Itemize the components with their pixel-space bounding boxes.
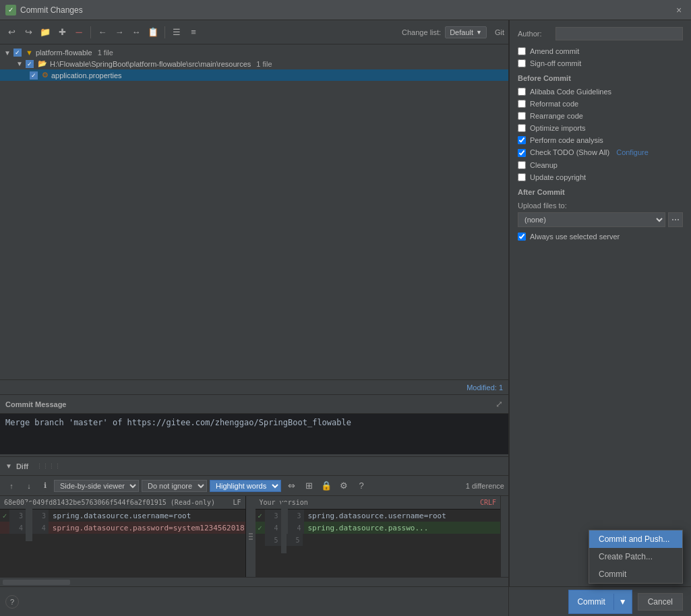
right-bottom-bar: Commit ▼ Cancel [509,586,691,616]
cancel-button[interactable]: Cancel [638,593,683,611]
changelist-area: Change list: Default ▼ Git [402,26,504,38]
diff-view-mode-select[interactable]: Side-by-side viewer [54,480,139,492]
diff-right-linenum-3: 3 [265,510,281,522]
commit-message-area: Commit Message ⤢ Merge branch 'master' o… [0,394,508,456]
context-menu: Commit and Push... Create Patch... Commi… [589,530,683,584]
toolbar-btn-copy[interactable]: 📋 [146,25,160,40]
rearrange-checkbox[interactable] [518,112,526,120]
checktodo-row[interactable]: Check TODO (Show All) Configure [518,148,683,157]
expand-icon[interactable]: ⤢ [495,399,503,409]
perform-row[interactable]: Perform code analysis [518,136,683,144]
diff-scrollbar[interactable] [500,496,508,577]
app-icon: ✓ [5,5,16,16]
toolbar-btn-add[interactable]: ✚ [55,25,69,40]
rearrange-row[interactable]: Rearrange code [518,112,683,120]
diff-right-line-4: ✓ 4 4 spring.datasource.passwo... [256,522,501,534]
diff-left-line-3: ✓ 3 3 spring.datasource.username=root [0,510,245,522]
reformat-checkbox[interactable] [518,100,526,108]
alibaba-row[interactable]: Alibaba Code Guidelines [518,88,683,96]
toolbar-btn-swap[interactable]: ↔ [129,25,144,40]
commit-message-label: Commit Message [5,400,66,408]
amend-checkbox[interactable] [518,47,526,55]
tree-checkbox-path[interactable]: ✓ [26,60,34,68]
context-menu-commit[interactable]: Commit [589,565,682,583]
diff-down-btn[interactable]: ↓ [22,479,36,493]
author-input[interactable] [555,27,683,40]
toolbar-btn-left[interactable]: ← [95,25,110,40]
always-use-checkbox[interactable] [518,233,526,241]
diff-right-linenum2-5: 5 [287,534,303,546]
diff-ignore-select[interactable]: Do not ignore [142,480,207,492]
signoff-label: Sign-off commit [530,59,581,67]
diff-lock-btn[interactable]: 🔒 [319,479,334,493]
signoff-commit-row[interactable]: Sign-off commit [518,59,683,67]
optimize-label: Optimize imports [530,124,586,132]
tree-item-file[interactable]: ✓ ⚙ application.properties [0,69,508,81]
diff-help-btn[interactable]: ? [354,479,369,493]
tree-checkbox-root[interactable]: ✓ [13,49,22,57]
optimize-checkbox[interactable] [518,124,526,132]
commit-button[interactable]: Commit ▼ [568,590,632,614]
diff-right-linenum2-3: 3 [288,510,304,522]
modified-file-icon: ⚙ [42,71,49,80]
git-label: Git [495,28,504,36]
cleanup-checkbox[interactable] [518,161,526,169]
diff-left-check-3: ✓ [0,512,9,520]
perform-checkbox[interactable] [518,136,526,144]
right-panel: Author: Amend commit Sign-off commit Bef… [509,20,691,616]
context-menu-commit-push[interactable]: Commit and Push... [589,530,682,548]
author-row: Author: [518,27,683,40]
configure-link[interactable]: Configure [616,148,649,156]
help-button[interactable]: ? [5,595,19,609]
upload-label: Upload files to: [518,202,683,210]
diff-sync-btn[interactable]: ⇔ [284,479,299,493]
toolbar-btn-sort[interactable]: ≡ [186,25,201,40]
diff-right-gutter-5 [281,526,287,553]
tree-checkbox-file[interactable]: ✓ [30,71,38,80]
diff-left-panel: 68e007c049fd81432be5763066f544f6a2f01915… [0,496,246,577]
tree-item-root[interactable]: ▼ ✓ ▼ platform-flowable 1 file [0,47,508,58]
toolbar-btn-refresh[interactable]: ↩ [4,25,19,40]
cleanup-row[interactable]: Cleanup [518,161,683,169]
amend-commit-row[interactable]: Amend commit [518,47,683,55]
diff-highlight-select[interactable]: Highlight words [210,480,281,492]
sep-line-2 [249,536,253,537]
diff-area: ▼ Diff ⋮⋮⋮⋮ ↑ ↓ ℹ Side-by-side viewer Do… [0,456,508,586]
diff-info-btn[interactable]: ℹ [39,479,51,493]
checktodo-checkbox[interactable] [518,149,526,157]
toolbar-btn-remove[interactable]: ─ [71,25,86,40]
alibaba-checkbox[interactable] [518,88,526,96]
diff-toolbar-row: ↑ ↓ ℹ Side-by-side viewer Do not ignore … [0,476,508,496]
toolbar-btn-redo[interactable]: ↪ [21,25,36,40]
commit-message-input[interactable]: Merge branch 'master' of https://gitee.c… [0,414,508,454]
toolbar-btn-folder[interactable]: 📁 [38,25,53,40]
optimize-row[interactable]: Optimize imports [518,124,683,132]
toolbar-btn-list[interactable]: ☰ [169,25,184,40]
diff-hscroll-thumb[interactable] [3,580,70,585]
diff-count: 1 difference [466,482,504,490]
context-menu-create-patch[interactable]: Create Patch... [589,548,682,565]
copyright-checkbox[interactable] [518,173,526,181]
close-button[interactable]: × [672,3,686,17]
diff-up-btn[interactable]: ↑ [4,479,19,493]
reformat-row[interactable]: Reformat code [518,100,683,108]
diff-right-line-5: 5 5 [256,534,501,546]
tree-item-path[interactable]: ▼ ✓ 📂 H:\Flowable\SpringBoot\platform-fl… [0,58,508,69]
bottom-bar-left: ? [0,586,508,616]
title-bar: ✓ Commit Changes × [0,0,691,20]
diff-left-linenum2-4: 4 [32,522,49,534]
upload-more-btn[interactable]: ⋯ [668,212,683,227]
upload-select[interactable]: (none) [518,212,665,227]
signoff-checkbox[interactable] [518,59,526,67]
diff-collapse-icon[interactable]: ▼ [5,462,12,470]
diff-settings-btn[interactable]: ⚙ [336,479,351,493]
toolbar-btn-right[interactable]: → [112,25,127,40]
file-tree: ▼ ✓ ▼ platform-flowable 1 file ▼ ✓ 📂 H:\… [0,44,508,379]
changelist-dropdown[interactable]: Default ▼ [445,26,487,38]
diff-columns-btn[interactable]: ⊞ [301,479,316,493]
diff-label: Diff [16,462,28,470]
commit-dropdown-arrow-icon[interactable]: ▼ [613,594,632,610]
tree-arrow-icon: ▼ [16,60,23,67]
copyright-row[interactable]: Update copyright [518,173,683,181]
always-use-row[interactable]: Always use selected server [518,233,683,241]
